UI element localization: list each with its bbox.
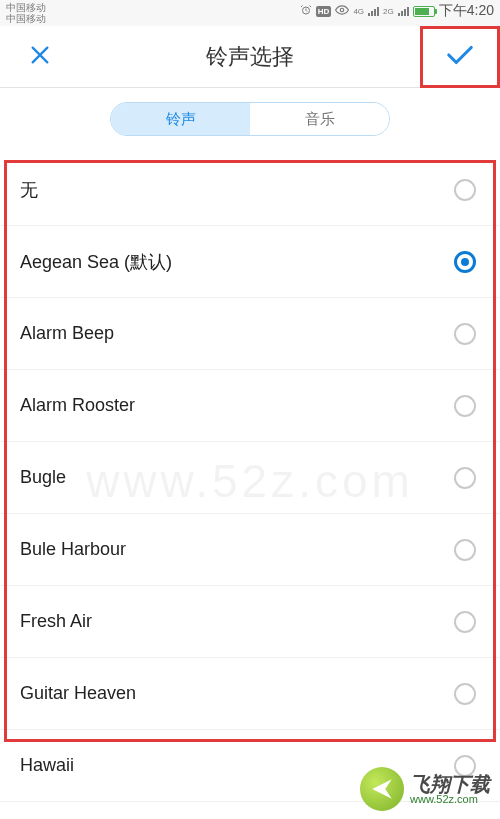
header: 铃声选择 <box>0 26 500 88</box>
tab-music[interactable]: 音乐 <box>250 103 389 135</box>
ringtone-row[interactable]: Alarm Beep <box>0 298 500 370</box>
ringtone-row[interactable]: Bule Harbour <box>0 514 500 586</box>
status-right: HD 4G 2G 下午4:20 <box>300 2 494 20</box>
radio-icon[interactable] <box>454 539 476 561</box>
ringtone-list-container: www.52z.com 无Aegean Sea (默认)Alarm BeepAl… <box>0 154 500 802</box>
radio-icon[interactable] <box>454 395 476 417</box>
svg-point-1 <box>341 8 345 12</box>
ringtone-row[interactable]: Fresh Air <box>0 586 500 658</box>
confirm-button[interactable] <box>438 35 482 79</box>
ringtone-label: Aegean Sea (默认) <box>20 250 172 274</box>
ringtone-label: Alarm Beep <box>20 323 114 344</box>
signal-2-icon <box>398 6 409 16</box>
ringtone-row[interactable]: Aegean Sea (默认) <box>0 226 500 298</box>
ringtone-label: Fresh Air <box>20 611 92 632</box>
tab-bar: 铃声 音乐 <box>0 88 500 154</box>
radio-icon[interactable] <box>454 179 476 201</box>
footer-brand: 飞翔下载 <box>410 774 490 794</box>
ringtone-label: Bugle <box>20 467 66 488</box>
hd-badge: HD <box>316 6 332 17</box>
ringtone-label: Guitar Heaven <box>20 683 136 704</box>
ringtone-row[interactable]: Guitar Heaven <box>0 658 500 730</box>
eye-icon <box>335 4 349 18</box>
battery-icon <box>413 6 435 17</box>
logo-icon <box>360 767 404 811</box>
radio-icon[interactable] <box>454 251 476 273</box>
ringtone-row[interactable]: Bugle <box>0 442 500 514</box>
ringtone-label: 无 <box>20 178 38 202</box>
network-2g: 2G <box>383 7 394 16</box>
ringtone-row[interactable]: Alarm Rooster <box>0 370 500 442</box>
alarm-icon <box>300 4 312 19</box>
status-carriers: 中国移动 中国移动 <box>6 2 46 24</box>
status-bar: 中国移动 中国移动 HD 4G 2G 下午4:20 <box>0 0 500 26</box>
ringtone-label: Bule Harbour <box>20 539 126 560</box>
tab-ringtone[interactable]: 铃声 <box>111 103 250 135</box>
status-time: 下午4:20 <box>439 2 494 20</box>
radio-icon[interactable] <box>454 683 476 705</box>
radio-icon[interactable] <box>454 467 476 489</box>
ringtone-label: Hawaii <box>20 755 74 776</box>
page-title: 铃声选择 <box>0 42 500 72</box>
footer-url: www.52z.com <box>410 794 490 805</box>
check-icon <box>445 40 475 74</box>
carrier-1: 中国移动 <box>6 2 46 13</box>
signal-1-icon <box>368 6 379 16</box>
footer-logo: 飞翔下载 www.52z.com <box>360 767 490 811</box>
close-icon <box>29 44 51 70</box>
ringtone-label: Alarm Rooster <box>20 395 135 416</box>
close-button[interactable] <box>18 35 62 79</box>
carrier-2: 中国移动 <box>6 13 46 24</box>
ringtone-row[interactable]: 无 <box>0 154 500 226</box>
segmented-control: 铃声 音乐 <box>110 102 390 136</box>
ringtone-list[interactable]: 无Aegean Sea (默认)Alarm BeepAlarm RoosterB… <box>0 154 500 802</box>
radio-icon[interactable] <box>454 611 476 633</box>
network-4g: 4G <box>353 7 364 16</box>
radio-icon[interactable] <box>454 323 476 345</box>
